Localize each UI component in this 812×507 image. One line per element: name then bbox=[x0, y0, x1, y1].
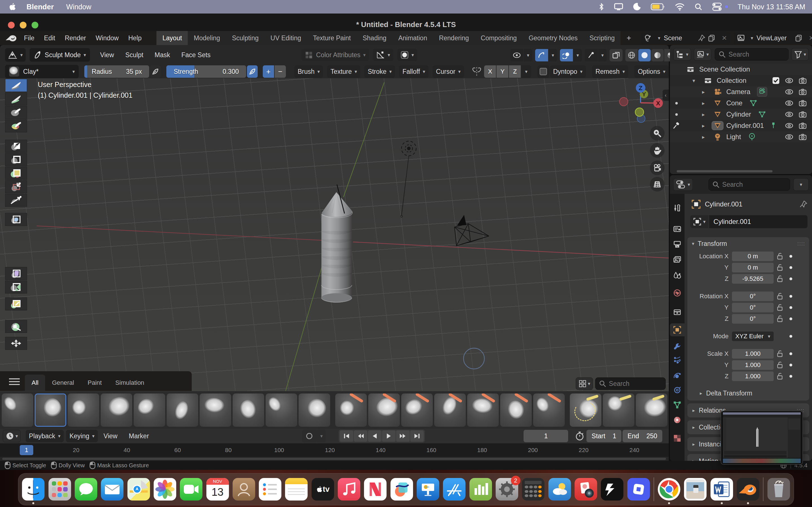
search-icon[interactable] bbox=[694, 3, 703, 11]
strength-slider[interactable]: Strength 0.300 bbox=[166, 65, 246, 78]
dock-news[interactable] bbox=[364, 478, 387, 501]
dock-music[interactable] bbox=[338, 478, 360, 501]
dock-chrome[interactable] bbox=[658, 478, 680, 501]
dock-trash[interactable] bbox=[767, 478, 790, 501]
shelf-tab-all[interactable]: All bbox=[25, 375, 45, 391]
editor-type-button[interactable]: ▾ bbox=[5, 48, 26, 62]
dropdown-cursor[interactable]: Cursor▾ bbox=[433, 65, 464, 78]
menubar-window-menu[interactable]: Window bbox=[66, 3, 91, 11]
bluetooth-icon[interactable] bbox=[598, 3, 605, 11]
properties-tab-texture[interactable] bbox=[670, 432, 684, 445]
brush-thumb-crease-sharp[interactable] bbox=[167, 393, 198, 427]
brush-thumb-scrape-flat[interactable] bbox=[434, 393, 466, 427]
workspace-tab-uv-editing[interactable]: UV Editing bbox=[264, 31, 307, 45]
brush-thumb-inflate[interactable] bbox=[299, 393, 330, 427]
dock-numbers[interactable] bbox=[469, 478, 492, 501]
tool-cloth-filter[interactable] bbox=[5, 213, 27, 226]
tool-edit-face-set[interactable] bbox=[5, 297, 27, 311]
workspace-tab-modeling[interactable]: Modeling bbox=[188, 31, 226, 45]
properties-tab-collection[interactable] bbox=[670, 305, 684, 319]
dock-launchpad[interactable] bbox=[49, 478, 71, 501]
tool-box-trim[interactable] bbox=[5, 180, 27, 193]
tool-box-hide[interactable] bbox=[5, 140, 27, 153]
moon-icon[interactable] bbox=[633, 3, 641, 11]
show-gizmo-toggle[interactable] bbox=[535, 49, 548, 61]
screenshot-preview-overlay[interactable] bbox=[721, 411, 803, 465]
dropdown-texture[interactable]: Texture▾ bbox=[327, 65, 360, 78]
stopwatch-icon[interactable] bbox=[574, 431, 585, 441]
properties-search-input[interactable]: Search bbox=[709, 178, 790, 191]
dock-photobooth[interactable] bbox=[574, 478, 597, 501]
object-id-dropdown[interactable]: ▾ bbox=[690, 215, 709, 228]
outliner-display-mode[interactable]: ▾ bbox=[673, 48, 691, 61]
show-overlays-toggle[interactable] bbox=[560, 49, 573, 61]
app-menu-file[interactable]: File bbox=[19, 34, 39, 42]
dock-preview[interactable] bbox=[684, 478, 707, 501]
dock-settings[interactable]: 2 bbox=[496, 478, 518, 501]
dock-blender[interactable] bbox=[737, 478, 759, 501]
dock-messages[interactable] bbox=[75, 478, 97, 501]
current-frame-field[interactable]: 1 bbox=[523, 430, 568, 442]
symmetry-x-button[interactable]: X bbox=[484, 65, 496, 78]
properties-tab-scene[interactable] bbox=[670, 269, 684, 282]
outliner-row-camera[interactable]: ▸Camera bbox=[670, 86, 812, 98]
battery-icon[interactable] bbox=[651, 3, 665, 11]
properties-tab-render[interactable] bbox=[670, 223, 684, 235]
app-menu-window[interactable]: Window bbox=[91, 34, 123, 42]
properties-tab-particles[interactable] bbox=[670, 353, 684, 367]
options-dropdown[interactable]: Options▾ bbox=[635, 65, 669, 78]
tool-smear-brush[interactable] bbox=[5, 106, 27, 119]
shelf-menu-icon[interactable] bbox=[8, 378, 21, 386]
outliner-filter-id-dropdown[interactable]: ▾ bbox=[694, 48, 712, 61]
properties-tab-tool[interactable] bbox=[670, 202, 684, 214]
shading-wireframe-button[interactable] bbox=[625, 49, 638, 61]
dock-appstore[interactable] bbox=[443, 478, 465, 501]
display-icon[interactable] bbox=[614, 3, 623, 11]
tool-expand[interactable] bbox=[5, 281, 27, 293]
annotation-tool-button[interactable] bbox=[585, 49, 598, 61]
viewport-3d[interactable]: Y Z X User Perspective (1) Cylinder.001 … bbox=[0, 78, 669, 429]
nav-zoom-button[interactable] bbox=[650, 126, 665, 140]
menu-mask[interactable]: Mask bbox=[149, 51, 175, 59]
dock-word[interactable] bbox=[711, 478, 733, 501]
properties-tab-world[interactable] bbox=[670, 286, 684, 299]
properties-tab-data[interactable] bbox=[670, 399, 684, 411]
brush-thumb-clay[interactable] bbox=[35, 393, 66, 427]
transport-jump-start-button[interactable] bbox=[340, 431, 353, 442]
transport-prev-keyframe-button[interactable] bbox=[354, 431, 367, 442]
properties-tab-material[interactable] bbox=[670, 413, 684, 427]
workspace-tab-compositing[interactable]: Compositing bbox=[475, 31, 523, 45]
dock-keynote[interactable] bbox=[417, 478, 439, 501]
timeline-menu-view[interactable]: View bbox=[98, 432, 123, 440]
menu-view[interactable]: View bbox=[94, 51, 119, 59]
keying-dropdown[interactable]: ▾ bbox=[317, 430, 326, 442]
menu-face-sets[interactable]: Face Sets bbox=[175, 51, 216, 59]
brush-thumb-smear-2[interactable] bbox=[233, 393, 264, 427]
strength-subtract-button[interactable]: − bbox=[274, 65, 286, 78]
properties-tab-output[interactable] bbox=[670, 238, 684, 251]
brush-selector[interactable]: Clay* ▾ bbox=[5, 65, 79, 78]
dyntopo-checkbox[interactable] bbox=[538, 65, 549, 78]
outliner-search-input[interactable]: Search bbox=[715, 48, 789, 61]
nav-toggle-ortho-button[interactable] bbox=[650, 177, 665, 191]
radius-slider[interactable]: Radius 35 px bbox=[84, 65, 149, 78]
outliner-row-light[interactable]: ▸Light bbox=[670, 131, 812, 143]
wifi-icon[interactable] bbox=[675, 3, 684, 11]
transport-play-button[interactable] bbox=[382, 431, 396, 442]
workspace-tab-texture-paint[interactable]: Texture Paint bbox=[307, 31, 357, 45]
properties-display-dropdown[interactable]: ▾ bbox=[673, 178, 693, 191]
copy-icon[interactable] bbox=[708, 34, 715, 42]
dock-mail[interactable] bbox=[101, 478, 123, 501]
brush-thumb-flatten[interactable] bbox=[368, 393, 400, 427]
dock-blueapp[interactable] bbox=[627, 478, 650, 501]
outliner-row-collection[interactable]: ▾Collection bbox=[670, 75, 812, 86]
panel-grip-icon[interactable]: :::: bbox=[797, 241, 805, 247]
frame-start-field[interactable]: Start 1 bbox=[587, 430, 621, 442]
chevron-down-icon[interactable]: ▾ bbox=[524, 49, 532, 61]
transport-jump-end-button[interactable] bbox=[410, 431, 424, 442]
workspace-tab-animation[interactable]: Animation bbox=[393, 31, 433, 45]
outliner-row-cylinder-001[interactable]: ▸Cylinder.001 bbox=[670, 120, 812, 131]
brush-thumb-clay-strips[interactable] bbox=[68, 393, 99, 427]
dropdown-stroke[interactable]: Stroke▾ bbox=[364, 65, 395, 78]
dock-blackapp[interactable] bbox=[601, 478, 623, 501]
